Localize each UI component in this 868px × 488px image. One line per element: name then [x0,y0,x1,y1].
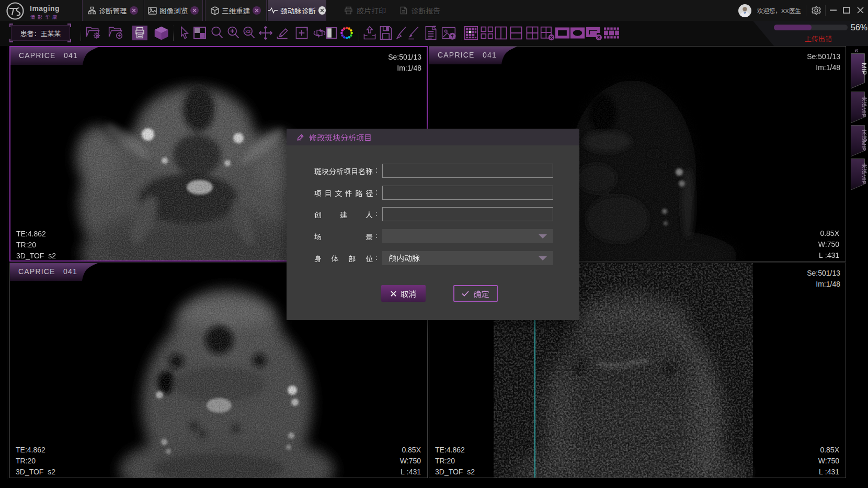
svg-text:x2: x2 [245,29,250,34]
svg-text:«: « [854,46,859,54]
